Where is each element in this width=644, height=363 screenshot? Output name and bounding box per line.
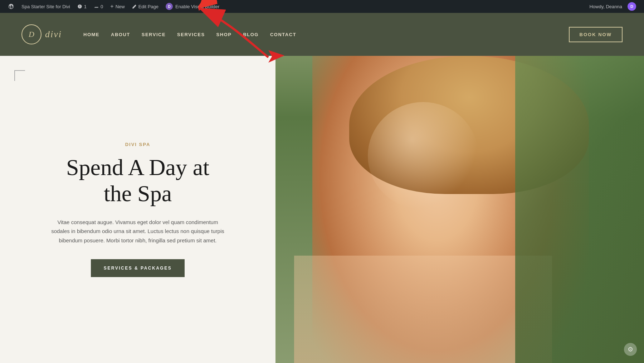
user-avatar: D <box>628 2 636 11</box>
corner-bracket-decoration <box>14 70 25 81</box>
enable-vb-item[interactable]: D Enable Visual Builder <box>162 0 223 13</box>
site-logo[interactable]: D divi <box>21 24 62 44</box>
enable-vb-label: Enable Visual Builder <box>175 4 219 9</box>
hero-description: Vitae consequat augue. Vivamus eget dolo… <box>48 218 227 245</box>
hero-heading-line1: Spend A Day at <box>66 155 209 180</box>
edit-page-item[interactable]: Edit Page <box>128 0 162 13</box>
wp-logo-item[interactable] <box>4 0 18 13</box>
hero-heading-line2: the Spa <box>104 181 172 206</box>
settings-icon[interactable]: ⚙ <box>624 343 637 356</box>
site-name-label: Spa Starter Site for Divi <box>21 4 70 9</box>
nav-contact[interactable]: CONTACT <box>270 32 296 37</box>
main-content: DIVI SPA Spend A Day at the Spa Vitae co… <box>0 56 644 363</box>
nav-shop[interactable]: SHOP <box>216 32 232 37</box>
admin-bar: Spa Starter Site for Divi 1 0 + New Edit… <box>0 0 644 13</box>
nav-about[interactable]: ABOUT <box>111 32 130 37</box>
hero-left: DIVI SPA Spend A Day at the Spa Vitae co… <box>0 56 275 363</box>
logo-circle: D <box>21 24 42 44</box>
new-item[interactable]: + New <box>107 0 128 13</box>
edit-page-label: Edit Page <box>138 4 158 9</box>
nav-home[interactable]: HOME <box>83 32 99 37</box>
logo-text: divi <box>45 29 62 40</box>
face-highlight <box>368 102 478 209</box>
nav-service[interactable]: SERVICE <box>142 32 166 37</box>
site-header: D divi HOME ABOUT SERVICE SERVICES SHOP … <box>0 13 644 56</box>
spa-photo-placeholder: ⚙ <box>275 56 644 363</box>
site-name-item[interactable]: Spa Starter Site for Divi <box>18 0 74 13</box>
comments-item[interactable]: 0 <box>90 0 107 13</box>
foliage-layer <box>515 56 644 363</box>
nav-services[interactable]: SERVICES <box>177 32 205 37</box>
howdy-text: Howdy, Deanna <box>586 4 626 9</box>
new-label: New <box>116 4 125 9</box>
book-now-button[interactable]: BOOK NOW <box>569 27 623 42</box>
admin-bar-right: Howdy, Deanna D <box>582 2 640 11</box>
howdy-item[interactable]: Howdy, Deanna D <box>582 2 640 11</box>
comments-count: 0 <box>101 4 103 9</box>
revision-item[interactable]: 1 <box>74 0 90 13</box>
nav-blog[interactable]: BLOG <box>243 32 259 37</box>
divi-icon: D <box>166 3 173 10</box>
hero-image: ⚙ <box>275 56 644 363</box>
hero-subtitle: DIVI SPA <box>125 142 151 147</box>
site-nav: HOME ABOUT SERVICE SERVICES SHOP BLOG CO… <box>83 32 569 37</box>
revision-count: 1 <box>84 4 87 9</box>
body-layer <box>294 256 552 363</box>
cta-button[interactable]: SERVICES & PACKAGES <box>91 259 185 277</box>
hero-heading: Spend A Day at the Spa <box>66 154 209 207</box>
